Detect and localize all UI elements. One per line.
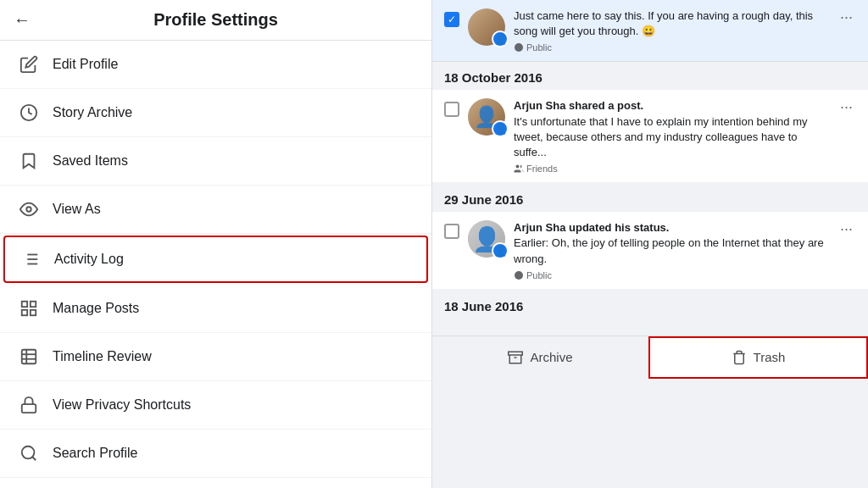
october-post-more[interactable]: ··· (837, 98, 856, 116)
menu-item-saved-items[interactable]: Saved Items (0, 137, 431, 186)
trash-icon (732, 350, 747, 365)
october-post-checkbox[interactable] (444, 102, 459, 117)
search-icon (17, 441, 41, 465)
menu-item-edit-profile[interactable]: Edit Profile (0, 41, 431, 89)
june29-avatar-badge: 👤 (492, 242, 509, 259)
trash-button[interactable]: Trash (648, 336, 868, 379)
menu-label-saved-items: Saved Items (53, 153, 128, 169)
top-post-more[interactable]: ··· (837, 8, 856, 26)
june29-post-avatar: 👤 👤 (468, 220, 505, 258)
pencil-icon (17, 53, 41, 76)
grid-icon (17, 297, 41, 320)
svg-point-21 (515, 271, 523, 280)
bookmark-icon (17, 149, 41, 173)
svg-rect-12 (22, 350, 36, 364)
svg-point-19 (515, 43, 523, 52)
archive-button-label: Archive (530, 350, 572, 364)
june29-post-content: Arjun Sha updated his status. Earlier: O… (514, 220, 828, 280)
trash-button-label: Trash (754, 350, 786, 364)
menu-item-story-archive[interactable]: Story Archive (0, 89, 431, 137)
date-header-june29: 29 June 2016 (432, 184, 868, 212)
menu-item-view-as[interactable]: View As (0, 186, 431, 234)
action-bar: Archive Trash (432, 336, 868, 379)
post-item-october: 👤 👤 Arjun Sha shared a post. It's unfort… (432, 90, 868, 182)
svg-point-1 (26, 207, 31, 212)
menu-label-timeline-review: Timeline Review (53, 349, 152, 364)
june29-post-privacy: Public (514, 270, 828, 280)
top-post-content: Just came here to say this. If you are h… (514, 8, 828, 53)
lock-icon (17, 393, 41, 417)
menu-label-edit-profile: Edit Profile (53, 57, 118, 72)
october-post-content: Arjun Sha shared a post. It's unfortunat… (514, 98, 828, 174)
date-header-june18: 18 June 2016 (432, 291, 868, 319)
svg-rect-9 (31, 302, 36, 307)
header: ← Profile Settings (0, 0, 431, 41)
october-post-privacy: Friends (514, 164, 828, 174)
menu-item-search-profile[interactable]: Search Profile (0, 430, 431, 478)
avatar-badge: 👤 (492, 30, 509, 47)
menu-item-manage-posts[interactable]: Manage Posts (0, 285, 431, 333)
archive-button[interactable]: Archive (432, 336, 648, 379)
top-post-text: Just came here to say this. If you are h… (514, 8, 828, 39)
top-post-checkbox[interactable]: ✓ (444, 12, 459, 27)
post-item-june29: 👤 👤 Arjun Sha updated his status. Earlie… (432, 212, 868, 289)
menu-item-timeline-review[interactable]: Timeline Review (0, 333, 431, 381)
june29-post-checkbox[interactable] (444, 224, 459, 239)
svg-point-17 (22, 446, 35, 459)
top-post-privacy: Public (514, 42, 828, 53)
top-post: ✓ 👤 Just came here to say this. If you a… (432, 0, 868, 62)
list-icon (19, 247, 42, 271)
october-post-text: It's unfortunate that I have to explain … (514, 115, 807, 158)
archive-icon (508, 350, 523, 365)
menu-list: Edit Profile Story Archive Saved Items (0, 41, 431, 488)
eye-icon (17, 197, 41, 221)
svg-rect-10 (22, 310, 27, 315)
menu-label-activity-log: Activity Log (54, 252, 124, 267)
doc-check-icon (17, 345, 41, 369)
menu-item-activity-log[interactable]: Activity Log (3, 236, 428, 283)
svg-point-20 (516, 165, 520, 169)
left-panel: ← Profile Settings Edit Profile Story Ar… (0, 0, 432, 488)
october-avatar-badge: 👤 (492, 120, 509, 137)
clock-icon (17, 101, 41, 125)
october-post-avatar: 👤 👤 (468, 98, 505, 136)
back-button[interactable]: ← (14, 10, 31, 30)
june29-post-text: Earlier: Oh, the joy of telling people o… (514, 236, 824, 264)
date-header-october: 18 October 2016 (432, 62, 868, 90)
menu-label-view-as: View As (53, 202, 101, 217)
june29-post-more[interactable]: ··· (837, 220, 856, 238)
svg-rect-11 (31, 310, 36, 315)
top-post-avatar: 👤 (468, 8, 505, 46)
menu-label-story-archive: Story Archive (53, 105, 132, 120)
right-panel: ✓ 👤 Just came here to say this. If you a… (432, 0, 868, 488)
menu-label-view-privacy-shortcuts: View Privacy Shortcuts (53, 397, 191, 413)
june29-post-author: Arjun Sha updated his status. (514, 221, 669, 234)
svg-rect-8 (22, 302, 27, 307)
menu-item-view-privacy-shortcuts[interactable]: View Privacy Shortcuts (0, 381, 431, 430)
menu-label-manage-posts: Manage Posts (53, 301, 139, 316)
svg-line-18 (32, 457, 36, 460)
october-post-author: Arjun Sha shared a post. (514, 99, 643, 112)
svg-rect-22 (509, 352, 523, 355)
page-title: Profile Settings (44, 10, 387, 30)
menu-label-search-profile: Search Profile (53, 446, 138, 461)
svg-rect-16 (22, 404, 36, 413)
